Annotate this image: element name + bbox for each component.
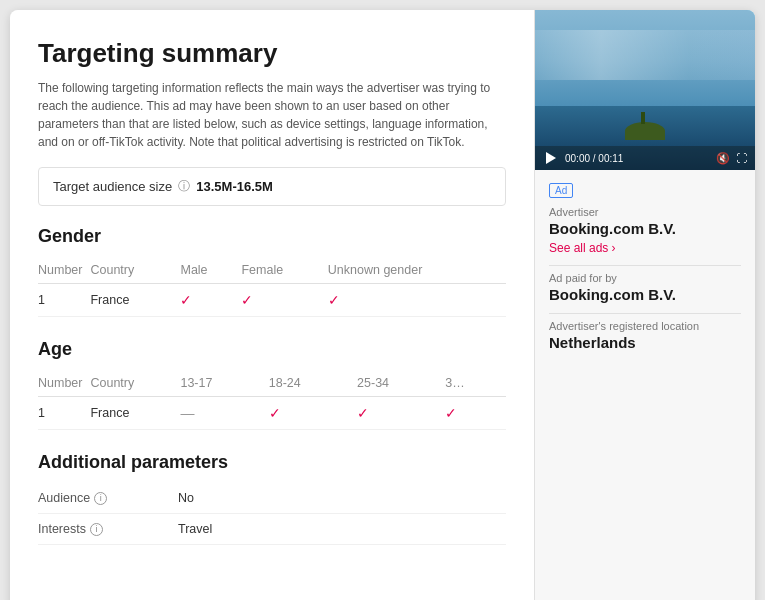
table-row: Interests i Travel: [38, 514, 506, 545]
gender-row-country: France: [90, 284, 180, 317]
gender-table-header: Number Country Male Female Unknown gende…: [38, 257, 506, 284]
volume-icon[interactable]: 🔇: [716, 152, 730, 165]
time-display: 00:00 / 00:11: [565, 153, 710, 164]
ad-paid-label: Ad paid for by: [549, 272, 741, 284]
tree-decoration: [641, 112, 645, 124]
age-section-title: Age: [38, 339, 506, 360]
table-row: 1 France — ✓ ✓ ✓: [38, 397, 506, 430]
age-row-1317: —: [180, 397, 268, 430]
ad-info-panel: Ad Advertiser Booking.com B.V. See all a…: [535, 170, 755, 361]
dash-icon: —: [180, 405, 194, 421]
age-col-more: 3…: [445, 370, 506, 397]
age-row-country: France: [90, 397, 180, 430]
gender-row-unknown: ✓: [328, 284, 506, 317]
gender-section-title: Gender: [38, 226, 506, 247]
age-col-1317: 13-17: [180, 370, 268, 397]
divider: [549, 265, 741, 266]
check-icon: ✓: [241, 292, 253, 308]
video-container[interactable]: 00:00 / 00:11 🔇 ⛶: [535, 10, 755, 170]
audience-info-icon[interactable]: i: [94, 492, 107, 505]
gender-table: Number Country Male Female Unknown gende…: [38, 257, 506, 317]
ad-paid-value: Booking.com B.V.: [549, 286, 741, 303]
left-panel: Targeting summary The following targetin…: [10, 10, 535, 600]
audience-info-icon[interactable]: ⓘ: [178, 178, 190, 195]
gender-col-male: Male: [180, 257, 241, 284]
interests-info-icon[interactable]: i: [90, 523, 103, 536]
table-row: Audience i No: [38, 483, 506, 514]
arrow-right-icon: ›: [611, 241, 615, 255]
gender-row-female: ✓: [241, 284, 327, 317]
ad-badge: Ad: [549, 183, 573, 198]
param-audience-label: Audience i: [38, 483, 178, 514]
age-row-1824: ✓: [269, 397, 357, 430]
age-table-header: Number Country 13-17 18-24 25-34 3…: [38, 370, 506, 397]
check-icon: ✓: [269, 405, 281, 421]
gender-col-female: Female: [241, 257, 327, 284]
audience-size-box: Target audience size ⓘ 13.5M-16.5M: [38, 167, 506, 206]
age-table: Number Country 13-17 18-24 25-34 3… 1 Fr…: [38, 370, 506, 430]
additional-section-title: Additional parameters: [38, 452, 506, 473]
param-interests-value: Travel: [178, 514, 506, 545]
additional-params-table: Audience i No Interests i Travel: [38, 483, 506, 545]
description-text: The following targeting information refl…: [38, 79, 506, 151]
gender-col-unknown: Unknown gender: [328, 257, 506, 284]
play-icon: [546, 152, 556, 164]
gender-col-country: Country: [90, 257, 180, 284]
gender-row-number: 1: [38, 284, 90, 317]
table-row: 1 France ✓ ✓ ✓: [38, 284, 506, 317]
gender-row-male: ✓: [180, 284, 241, 317]
param-audience-value: No: [178, 483, 506, 514]
check-icon: ✓: [357, 405, 369, 421]
param-interests-label: Interests i: [38, 514, 178, 545]
age-row-2534: ✓: [357, 397, 445, 430]
fullscreen-icon[interactable]: ⛶: [736, 152, 747, 164]
age-col-number: Number: [38, 370, 90, 397]
play-button[interactable]: [543, 150, 559, 166]
page-title: Targeting summary: [38, 38, 506, 69]
age-col-country: Country: [90, 370, 180, 397]
check-icon: ✓: [180, 292, 192, 308]
main-container: Targeting summary The following targetin…: [10, 10, 755, 600]
advertiser-label: Advertiser: [549, 206, 741, 218]
audience-size-label: Target audience size: [53, 179, 172, 194]
age-row-number: 1: [38, 397, 90, 430]
right-panel: 00:00 / 00:11 🔇 ⛶ Ad Advertiser Booking.…: [535, 10, 755, 600]
registered-location-value: Netherlands: [549, 334, 741, 351]
age-col-1824: 18-24: [269, 370, 357, 397]
check-icon: ✓: [328, 292, 340, 308]
divider: [549, 313, 741, 314]
see-all-ads-link[interactable]: See all ads ›: [549, 241, 741, 255]
check-icon: ✓: [445, 405, 457, 421]
registered-location-label: Advertiser's registered location: [549, 320, 741, 332]
island-decoration: [625, 122, 665, 140]
age-row-more: ✓: [445, 397, 506, 430]
video-controls[interactable]: 00:00 / 00:11 🔇 ⛶: [535, 146, 755, 170]
age-col-2534: 25-34: [357, 370, 445, 397]
audience-size-value: 13.5M-16.5M: [196, 179, 273, 194]
gender-col-number: Number: [38, 257, 90, 284]
advertiser-name: Booking.com B.V.: [549, 220, 741, 237]
